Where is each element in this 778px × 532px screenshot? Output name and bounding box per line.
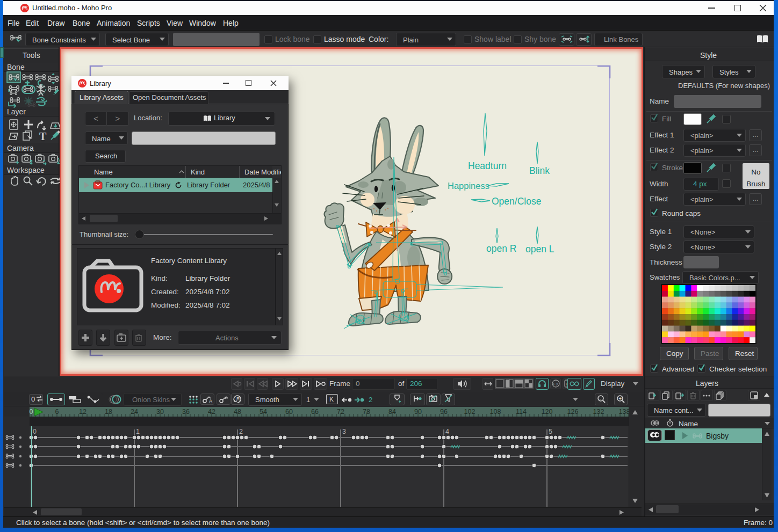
svg-text:48: 48 [234,408,241,416]
svg-text:54: 54 [260,408,267,416]
svg-text:84: 84 [388,408,396,416]
svg-text:12: 12 [79,408,87,416]
svg-text:open R: open R [486,243,516,254]
svg-text:-: - [599,396,601,402]
svg-text:1: 1 [136,428,140,435]
svg-text:18: 18 [105,408,112,416]
svg-text:5: 5 [549,428,552,435]
svg-text:126: 126 [567,408,579,416]
svg-text:24: 24 [131,408,138,416]
svg-text:4: 4 [445,428,449,435]
svg-text:+: + [618,396,622,402]
svg-text:72: 72 [337,408,344,416]
svg-text:Blink: Blink [529,165,550,176]
svg-text:36: 36 [182,408,190,416]
svg-text:102: 102 [464,408,476,416]
svg-text:0: 0 [33,428,37,435]
svg-text:90: 90 [414,408,422,416]
svg-text:30: 30 [156,408,164,416]
svg-text:60: 60 [285,408,293,416]
svg-text:T: T [39,130,47,142]
svg-text:Open/Close: Open/Close [492,196,541,207]
svg-text:42: 42 [208,408,215,416]
svg-text:132: 132 [593,408,604,416]
svg-text:R: R [236,396,240,402]
svg-text:Happiness: Happiness [448,181,489,191]
svg-text:108: 108 [490,408,501,416]
svg-text:2: 2 [239,428,243,435]
svg-text:A: A [209,398,212,404]
svg-text:FX: FX [553,382,559,387]
svg-text:6: 6 [55,408,59,416]
svg-text:120: 120 [542,408,553,416]
svg-text:114: 114 [516,408,527,416]
svg-text:66: 66 [311,408,319,416]
svg-text:Headturn: Headturn [468,161,507,171]
svg-text:3: 3 [342,428,346,435]
svg-text:96: 96 [440,408,448,416]
svg-text:0: 0 [30,408,33,416]
svg-text:open L: open L [525,244,554,254]
svg-text:78: 78 [363,408,370,416]
